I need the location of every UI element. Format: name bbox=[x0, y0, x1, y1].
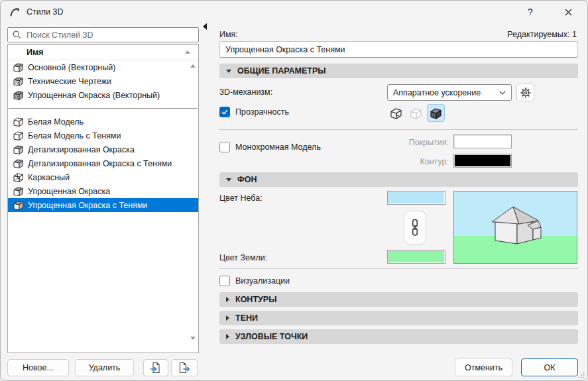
section-title: ОБЩИЕ ПАРАМЕТРЫ bbox=[237, 66, 325, 76]
list-item[interactable]: Упрощенная Окраска с Тенями bbox=[8, 198, 198, 212]
gear-icon bbox=[520, 87, 532, 99]
list-item[interactable]: Упрощенная Окраска bbox=[8, 184, 198, 198]
sort-ascending-icon bbox=[185, 50, 190, 54]
visualization-checkbox[interactable] bbox=[219, 276, 230, 286]
list-item[interactable]: Упрощенная Окраска (Векторный) bbox=[8, 88, 198, 102]
separator bbox=[219, 268, 578, 269]
shaded-cube-icon bbox=[429, 107, 443, 120]
list-item[interactable]: Детализированная Окраска с Тенями bbox=[8, 156, 198, 170]
export-button[interactable] bbox=[171, 359, 198, 376]
engine-label: 3D-механизм: bbox=[219, 87, 272, 97]
import-icon bbox=[150, 362, 162, 374]
scroll-down-arrow[interactable] bbox=[190, 337, 196, 340]
list-item[interactable]: Технические Чертежи bbox=[8, 74, 198, 88]
delete-style-button[interactable]: Удалить bbox=[75, 359, 134, 376]
section-title: ФОН bbox=[237, 175, 257, 184]
help-button[interactable]: ? bbox=[517, 1, 544, 23]
search-input[interactable] bbox=[25, 30, 198, 40]
ground-color-label: Цвет Земли: bbox=[219, 253, 267, 262]
surfaces-color-swatch[interactable] bbox=[453, 135, 512, 148]
cube-white-icon bbox=[13, 117, 24, 127]
transparency-checkbox[interactable] bbox=[219, 107, 230, 117]
section-background[interactable]: ФОН bbox=[219, 172, 578, 187]
engine-value: Аппаратное ускорение bbox=[393, 88, 499, 97]
hidden-line-mode-button[interactable] bbox=[407, 104, 425, 122]
sky-color-swatch[interactable] bbox=[387, 191, 445, 205]
wireframe-cube-icon bbox=[389, 107, 403, 120]
scroll-up-arrow[interactable] bbox=[190, 64, 196, 68]
background-preview bbox=[453, 191, 577, 264]
list-item[interactable]: Белая Модель с Тенями bbox=[8, 129, 198, 142]
search-icon bbox=[13, 30, 21, 39]
shaded-mode-button[interactable] bbox=[427, 104, 445, 122]
contour-color-swatch[interactable] bbox=[453, 154, 512, 168]
list-item-label: Детализированная Окраска bbox=[28, 145, 135, 154]
close-icon bbox=[565, 9, 572, 16]
link-colors-button[interactable] bbox=[404, 211, 426, 245]
sky-color-label: Цвет Неба: bbox=[219, 193, 263, 203]
list-item[interactable]: Детализированная Окраска bbox=[8, 142, 198, 156]
section-contours[interactable]: КОНТУРЫ bbox=[219, 292, 578, 307]
section-collapsed-icon bbox=[226, 297, 229, 302]
export-icon bbox=[178, 362, 190, 374]
chevron-down-icon bbox=[499, 91, 506, 95]
contour-color-fill bbox=[455, 155, 510, 166]
cube-wire-icon bbox=[13, 172, 24, 183]
list-header-label: Имя bbox=[27, 48, 44, 57]
list-item-label: Белая Модель с Тенями bbox=[28, 131, 121, 140]
list-item-label: Основной (Векторный) bbox=[28, 63, 115, 72]
list-header[interactable]: Имя bbox=[8, 45, 198, 60]
wireframe-mode-button[interactable] bbox=[387, 104, 405, 122]
list-item-label: Упрощенная Окраска bbox=[28, 187, 110, 196]
cancel-button[interactable]: Отменить bbox=[455, 358, 512, 376]
transparency-label: Прозрачность bbox=[235, 107, 289, 117]
list-item-label: Белая Модель bbox=[28, 117, 84, 127]
house-preview-graphic bbox=[486, 203, 546, 251]
visualization-row: Визуализации bbox=[219, 276, 290, 286]
new-style-button[interactable]: Новое... bbox=[7, 359, 69, 376]
engine-settings-button[interactable] bbox=[516, 83, 534, 101]
cube-shaded-icon bbox=[13, 158, 24, 169]
3d-styles-dialog: Стили 3D ? Имя Основной (Векторный)Техни… bbox=[0, 0, 588, 381]
list-item-label: Упрощенная Окраска (Векторный) bbox=[28, 91, 160, 100]
cube-white-icon bbox=[13, 131, 24, 141]
styles-list: Имя Основной (Векторный)Технические Черт… bbox=[7, 44, 199, 353]
monochrome-row: Монохромная Модель bbox=[219, 142, 321, 152]
transparency-row: Прозрачность bbox=[219, 107, 289, 117]
cube-hatched-icon bbox=[13, 76, 24, 87]
cube-hatched-shaded-icon bbox=[13, 90, 24, 101]
list-item-label: Технические Чертежи bbox=[28, 77, 111, 86]
monochrome-checkbox[interactable] bbox=[219, 142, 230, 152]
resize-grip[interactable] bbox=[578, 372, 585, 378]
surfaces-color-fill bbox=[455, 136, 510, 147]
ok-button[interactable]: ОК bbox=[521, 358, 578, 376]
cube-shaded-icon bbox=[13, 144, 24, 155]
editable-count: Редактируемых: 1 bbox=[507, 30, 577, 39]
name-label: Имя: bbox=[219, 30, 238, 39]
monochrome-label: Монохромная Модель bbox=[235, 142, 321, 152]
section-general-parameters[interactable]: ОБЩИЕ ПАРАМЕТРЫ bbox=[219, 64, 578, 78]
list-item-label: Каркасный bbox=[28, 173, 70, 182]
import-button[interactable] bbox=[143, 359, 168, 376]
sky-color-fill bbox=[388, 192, 444, 203]
ground-color-fill bbox=[388, 251, 444, 262]
section-nodal-points[interactable]: УЗЛОВЫЕ ТОЧКИ bbox=[219, 329, 578, 344]
section-collapsed-icon bbox=[226, 334, 229, 339]
list-item[interactable]: Основной (Векторный) bbox=[8, 60, 198, 74]
engine-dropdown[interactable]: Аппаратное ускорение bbox=[387, 84, 512, 101]
list-item[interactable]: Белая Модель bbox=[8, 115, 198, 129]
section-expanded-icon bbox=[226, 70, 231, 73]
surfaces-label: Покрытия: bbox=[359, 138, 449, 147]
section-shadows[interactable]: ТЕНИ bbox=[219, 311, 578, 325]
panel-collapse-handle[interactable] bbox=[203, 23, 207, 30]
visualization-label: Визуализации bbox=[235, 276, 290, 286]
close-button[interactable] bbox=[553, 1, 583, 23]
section-title: КОНТУРЫ bbox=[235, 295, 276, 304]
title-bar: Стили 3D ? bbox=[1, 1, 587, 23]
search-box bbox=[7, 27, 199, 42]
section-collapsed-icon bbox=[226, 315, 229, 321]
style-name-input[interactable] bbox=[219, 41, 578, 58]
ground-color-swatch[interactable] bbox=[387, 250, 445, 264]
list-item[interactable]: Каркасный bbox=[8, 170, 198, 184]
cube-shaded-icon bbox=[13, 186, 24, 197]
